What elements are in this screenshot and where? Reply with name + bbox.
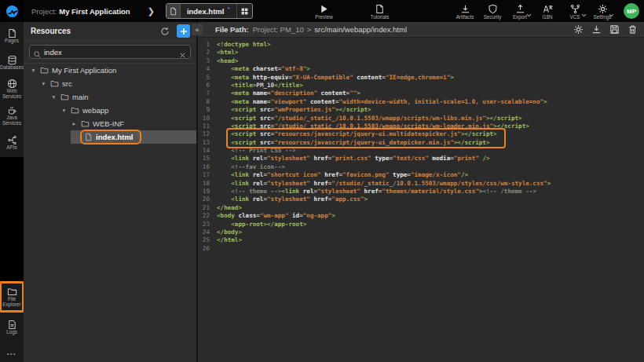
code-text: <!--fav icon--> — [217, 163, 285, 171]
sidebar-item-java-services[interactable]: Java Services — [0, 102, 24, 129]
code-text: <head> — [217, 57, 238, 65]
tree-item-my-first-application[interactable]: ▾My First Application — [24, 64, 196, 77]
line-number: 9 — [198, 106, 217, 114]
sidebar-item-pages[interactable]: Pages — [0, 22, 24, 49]
caret-down-icon[interactable]: ▾ — [40, 80, 47, 87]
folder-icon — [50, 79, 59, 88]
line-number: 7 — [198, 90, 217, 97]
sidebar-bottom-items: File ExplorerLogs — [0, 282, 24, 342]
delete-button[interactable] — [628, 24, 638, 35]
code-line-13: 13 <script src="resources/javascript/jqu… — [198, 139, 644, 147]
line-number: 13 — [198, 139, 217, 147]
export-button[interactable]: Export — [510, 3, 530, 20]
tree-item-content: ▾webapp — [60, 104, 196, 117]
tree-item-content: ▾src — [40, 77, 196, 90]
tree-item-index-html[interactable]: index.html — [24, 130, 196, 144]
wavemaker-logo-icon[interactable] — [0, 0, 24, 22]
caret-down-icon[interactable]: ▾ — [50, 93, 57, 101]
code-line-8: 8 <meta name="viewport" content="width=d… — [198, 98, 644, 106]
save-button[interactable] — [609, 24, 620, 35]
code-line-23: 23 <app-root></app-root> — [198, 221, 644, 229]
search-box — [29, 45, 191, 59]
code-text: <meta charset="utf-8"> — [217, 65, 310, 73]
line-number: 16 — [198, 163, 217, 171]
vcs-button[interactable]: VCS — [565, 3, 585, 20]
code-view[interactable]: 1<!doctype html>2<html>3<head>4 <meta ch… — [198, 38, 644, 253]
code-line-2: 2<html> — [198, 49, 644, 57]
chevdown-icon — [581, 7, 587, 13]
tab-index-html[interactable]: index.html * — [166, 3, 253, 19]
line-number: 21 — [198, 204, 217, 212]
caret-right-icon[interactable]: ▸ — [71, 120, 78, 127]
more-options-button[interactable]: ••• — [0, 351, 24, 362]
file-icon — [166, 4, 181, 18]
collapse-panel-button[interactable]: « — [192, 24, 203, 35]
resources-panel: Resources ▾My First Application▾src▾main… — [24, 22, 198, 362]
add-resource-button[interactable] — [177, 24, 190, 38]
project-name: My First Application — [59, 7, 130, 16]
grid-icon[interactable] — [236, 4, 252, 18]
code-text: </head> — [217, 204, 242, 212]
caret-down-icon[interactable]: ▾ — [30, 67, 37, 74]
sidebar-item-web-services[interactable]: Web Services — [0, 75, 24, 102]
sidebar-item-databases[interactable]: Databases — [0, 49, 24, 75]
file-tree: ▾My First Application▾src▾main▾webapp▸WE… — [24, 63, 196, 144]
file-path-project: Project: PM_10 — [253, 25, 304, 34]
tree-item-webapp[interactable]: ▾webapp — [24, 104, 196, 117]
refresh-icon[interactable] — [159, 25, 170, 37]
shield-icon — [488, 3, 498, 13]
topbar: Project: My First Application ❯ index.ht… — [0, 0, 644, 22]
code-line-12: 12 <script src="resources/javascript/jqu… — [198, 130, 644, 138]
document-icon — [375, 3, 385, 13]
sidebar-item-label: APIs — [6, 145, 16, 151]
code-text: <title>PM_10</title> — [217, 82, 303, 90]
tree-item-main[interactable]: ▾main — [24, 90, 196, 104]
plug-icon — [7, 134, 17, 144]
avatar[interactable]: MP — [624, 3, 639, 19]
tree-item-src[interactable]: ▾src — [24, 77, 196, 90]
security-button[interactable]: Security — [482, 3, 503, 20]
i18n-button[interactable]: I18N — [537, 3, 558, 20]
page-icon — [7, 27, 17, 38]
project-breadcrumb[interactable]: Project: My First Application — [31, 7, 130, 16]
preview-button[interactable]: Preview — [314, 3, 335, 20]
chevdown-icon — [526, 7, 532, 13]
line-number: 6 — [198, 82, 217, 90]
folder-icon — [71, 106, 79, 115]
sidebar-item-logs[interactable]: Logs — [0, 312, 24, 342]
code-text: <link rel="stylesheet" href="/studio/_st… — [217, 180, 551, 188]
sidebar-item-label: Databases — [0, 65, 24, 71]
sidebar-item-apis[interactable]: APIs — [0, 129, 24, 155]
clear-search-icon[interactable] — [178, 49, 187, 57]
search-row — [24, 41, 196, 62]
tutorials-label: Tutorials — [371, 14, 390, 20]
code-text: </html> — [217, 236, 242, 244]
download-button[interactable] — [591, 24, 602, 35]
code-line-15: 15 <link rel="stylesheet" href="print.cs… — [198, 155, 644, 163]
search-input[interactable] — [44, 46, 176, 58]
code-text: <link rel="stylesheet" href="app.css"> — [217, 196, 368, 203]
tab-label: index.html — [181, 7, 226, 16]
settings-button[interactable] — [573, 24, 584, 35]
code-line-9: 9 <script src="wmProperties.js"></script… — [198, 106, 644, 114]
code-text: <meta http-equiv="X-UA-Compatible" conte… — [217, 74, 454, 82]
code-text: <html> — [217, 49, 238, 57]
code-line-21: 21</head> — [198, 204, 644, 212]
left-sidebar: PagesDatabasesWeb ServicesJava ServicesA… — [0, 22, 24, 362]
settings-button[interactable]: Settings — [592, 3, 613, 20]
editor-toolbar — [573, 24, 638, 35]
project-label: Project: — [31, 7, 57, 16]
download-icon — [460, 3, 470, 13]
tutorials-button[interactable]: Tutorials — [370, 3, 390, 20]
file-path-value: src/main/webapp/index.html — [314, 25, 407, 34]
code-text: <app-root></app-root> — [217, 221, 306, 229]
menu-actions: ArtifactsSecurityExportI18NVCSSettings — [455, 3, 613, 20]
tree-item-web-inf[interactable]: ▸WEB-INF — [24, 117, 196, 130]
caret-down-icon[interactable]: ▾ — [60, 107, 68, 114]
code-text: <link rel="stylesheet" href="print.css" … — [217, 155, 490, 163]
code-line-6: 6 <title>PM_10</title> — [198, 82, 644, 90]
sidebar-item-file-explorer[interactable]: File Explorer — [0, 282, 24, 312]
artifacts-button[interactable]: Artifacts — [455, 3, 475, 20]
line-number: 18 — [198, 180, 217, 188]
line-number: 12 — [198, 130, 217, 138]
